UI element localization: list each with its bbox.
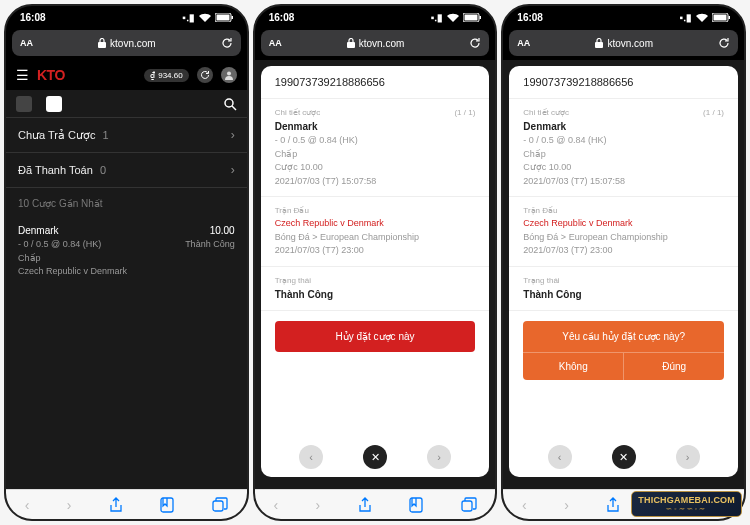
text-size-button[interactable]: AA — [517, 38, 530, 48]
status-bar: 16:08 ▪․▮ — [6, 6, 247, 28]
chevron-right-icon: › — [231, 128, 235, 142]
svg-point-5 — [225, 99, 233, 107]
svg-rect-14 — [462, 501, 472, 511]
back-icon[interactable]: ‹ — [25, 497, 30, 513]
menu-icon[interactable]: ☰ — [16, 67, 29, 83]
back-icon[interactable]: ‹ — [273, 497, 278, 513]
browser-toolbar: ‹ › — [6, 489, 247, 519]
pending-label: Chưa Trả Cược — [18, 129, 96, 141]
status-bar: 16:08 ▪․▮ — [255, 6, 496, 28]
close-icon[interactable]: ✕ — [612, 445, 636, 469]
reload-icon[interactable] — [718, 37, 730, 49]
tabs-icon[interactable] — [212, 497, 228, 513]
match-link[interactable]: Czech Republic v Denmark — [275, 217, 476, 231]
bet-detail-card: 199073739218886656 Chi tiết cược(1 / 1) … — [509, 66, 738, 477]
detail-odds: - 0 / 0.5 @ 0.84 (HK) — [523, 134, 724, 148]
match-link[interactable]: Czech Republic v Denmark — [523, 217, 724, 231]
bet-info-section: Chi tiết cược(1 / 1) Denmark - 0 / 0.5 @… — [509, 99, 738, 197]
settled-bets-row[interactable]: Đã Thanh Toán 0 › — [6, 153, 247, 188]
lock-icon — [595, 38, 603, 48]
tab-icon-2[interactable] — [46, 96, 62, 112]
pending-bets-row[interactable]: Chưa Trả Cược 1 › — [6, 118, 247, 153]
cancel-bet-button[interactable]: Hủy đặt cược này — [275, 321, 476, 352]
url-display[interactable]: ktovn.com — [41, 38, 213, 49]
match-info-section: Trận Đấu Czech Republic v Denmark Bóng Đ… — [509, 197, 738, 267]
svg-rect-12 — [347, 42, 355, 48]
prev-icon[interactable]: ‹ — [548, 445, 572, 469]
search-icon[interactable] — [223, 97, 237, 111]
settled-label: Đã Thanh Toán — [18, 164, 93, 176]
detail-status: Thành Công — [523, 287, 724, 302]
bet-status: Thành Công — [185, 238, 235, 252]
tab-bar — [6, 90, 247, 118]
svg-rect-2 — [231, 16, 233, 19]
battery-icon — [463, 13, 481, 22]
detail-match-time: 2021/07/03 (T7) 23:00 — [275, 244, 476, 258]
text-size-button[interactable]: AA — [20, 38, 33, 48]
detail-team: Denmark — [275, 119, 476, 134]
balance-value: 934.60 — [158, 71, 182, 80]
next-icon[interactable]: › — [427, 445, 451, 469]
bet-market: Chấp — [18, 252, 127, 266]
next-icon[interactable]: › — [676, 445, 700, 469]
balance-pill[interactable]: ₫ 934.60 — [144, 69, 188, 82]
svg-rect-17 — [729, 16, 731, 19]
svg-rect-3 — [98, 42, 106, 48]
wifi-icon — [696, 13, 708, 22]
reload-icon[interactable] — [221, 37, 233, 49]
detail-league: Bóng Đá > European Championship — [523, 231, 724, 245]
bet-card[interactable]: Denmark - 0 / 0.5 @ 0.84 (HK) Chấp Czech… — [6, 215, 247, 287]
svg-point-4 — [227, 72, 231, 76]
confirm-yes-button[interactable]: Đúng — [624, 353, 724, 380]
close-icon[interactable]: ✕ — [363, 445, 387, 469]
modal-nav: ‹ ✕ › — [509, 445, 738, 469]
bet-match: Czech Republic v Denmark — [18, 265, 127, 279]
prev-icon[interactable]: ‹ — [299, 445, 323, 469]
tabs-icon[interactable] — [461, 497, 477, 513]
address-bar[interactable]: AA ktovn.com — [509, 30, 738, 56]
detail-market: Chấp — [523, 148, 724, 162]
forward-icon[interactable]: › — [67, 497, 72, 513]
detail-placed-time: 2021/07/03 (T7) 15:07:58 — [275, 175, 476, 189]
status-section: Trạng thái Thành Công — [261, 267, 490, 311]
phone-3: 16:08 ▪․▮ AA ktovn.com 19907373921888665… — [501, 4, 746, 521]
signal-icon: ▪․▮ — [182, 12, 195, 23]
bet-id: 199073739218886656 — [261, 66, 490, 99]
browser-toolbar: ‹ › — [255, 489, 496, 519]
bookmarks-icon[interactable] — [409, 497, 423, 513]
back-icon[interactable]: ‹ — [522, 497, 527, 513]
text-size-button[interactable]: AA — [269, 38, 282, 48]
wifi-icon — [447, 13, 459, 22]
detail-odds: - 0 / 0.5 @ 0.84 (HK) — [275, 134, 476, 148]
bet-info-section: Chi tiết cược(1 / 1) Denmark - 0 / 0.5 @… — [261, 99, 490, 197]
bet-id: 199073739218886656 — [509, 66, 738, 99]
app-content: 199073739218886656 Chi tiết cược(1 / 1) … — [255, 60, 496, 489]
tab-icon-1[interactable] — [16, 96, 32, 112]
detail-stake: Cược 10.00 — [275, 161, 476, 175]
forward-icon[interactable]: › — [564, 497, 569, 513]
share-icon[interactable] — [606, 497, 620, 513]
app-logo[interactable]: KTO — [37, 67, 65, 83]
detail-league: Bóng Đá > European Championship — [275, 231, 476, 245]
refresh-icon[interactable] — [197, 67, 213, 83]
url-display[interactable]: ktovn.com — [538, 38, 710, 49]
address-bar[interactable]: AA ktovn.com — [261, 30, 490, 56]
share-icon[interactable] — [358, 497, 372, 513]
svg-line-6 — [232, 106, 236, 110]
bet-detail-card: 199073739218886656 Chi tiết cược(1 / 1) … — [261, 66, 490, 477]
bookmarks-icon[interactable] — [160, 497, 174, 513]
battery-icon — [215, 13, 233, 22]
battery-icon — [712, 13, 730, 22]
detail-stake: Cược 10.00 — [523, 161, 724, 175]
confirm-cancel-box: Yêu cầu hủy đặt cược này? Không Đúng — [523, 321, 724, 380]
url-display[interactable]: ktovn.com — [290, 38, 462, 49]
signal-icon: ▪․▮ — [679, 12, 692, 23]
reload-icon[interactable] — [469, 37, 481, 49]
confirm-no-button[interactable]: Không — [523, 353, 624, 380]
share-icon[interactable] — [109, 497, 123, 513]
address-bar[interactable]: AA ktovn.com — [12, 30, 241, 56]
lock-icon — [347, 38, 355, 48]
confirm-question: Yêu cầu hủy đặt cược này? — [523, 321, 724, 352]
avatar-icon[interactable] — [221, 67, 237, 83]
forward-icon[interactable]: › — [316, 497, 321, 513]
